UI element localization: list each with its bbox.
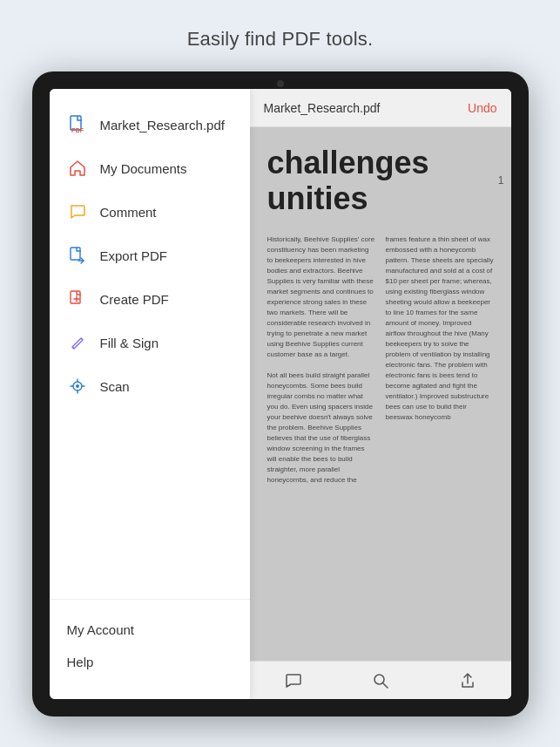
sidebar-items: PDF Market_Research.pdf My Documents [50, 89, 250, 599]
sidebar: PDF Market_Research.pdf My Documents [50, 89, 250, 699]
doc-col-right: frames feature a thin sheet of wax embos… [386, 234, 494, 486]
sidebar-item-export-pdf[interactable]: Export PDF [50, 234, 250, 277]
sidebar-bottom-my-account[interactable]: My Account [67, 614, 233, 646]
create-pdf-icon [67, 289, 88, 309]
main-toolbar [250, 661, 511, 699]
fill-sign-icon [67, 332, 88, 353]
sidebar-item-label: Export PDF [100, 248, 168, 263]
svg-point-5 [76, 384, 79, 388]
main-content: Market_Research.pdf Undo 1 challenges un… [250, 89, 511, 699]
tablet-screen: PDF Market_Research.pdf My Documents [50, 89, 511, 699]
sidebar-item-label: Market_Research.pdf [100, 118, 225, 132]
doc-heading: challenges unities [267, 145, 494, 217]
document-content: challenges unities Historically, Beehive… [250, 127, 511, 661]
sidebar-item-label: Create PDF [100, 292, 169, 307]
svg-rect-3 [71, 291, 80, 303]
doc-col-left: Historically, Beehive Supplies' core con… [267, 234, 375, 486]
sidebar-item-my-documents[interactable]: My Documents [50, 146, 250, 190]
sidebar-item-label: Scan [100, 379, 130, 394]
sidebar-item-label: Comment [100, 205, 157, 220]
sidebar-bottom-help[interactable]: Help [67, 646, 233, 678]
search-toolbar-icon[interactable] [370, 670, 391, 691]
sidebar-item-label: Fill & Sign [100, 336, 159, 350]
sidebar-item-label: My Documents [100, 161, 187, 176]
sidebar-item-scan[interactable]: Scan [50, 364, 250, 408]
scan-icon [67, 376, 88, 397]
tablet-camera [277, 80, 284, 87]
share-toolbar-icon[interactable] [457, 670, 478, 691]
main-header-title: Market_Research.pdf [264, 101, 381, 115]
file-pdf-icon: PDF [67, 114, 88, 135]
svg-text:PDF: PDF [71, 127, 84, 133]
sidebar-bottom: My Account Help [50, 599, 250, 699]
doc-columns: Historically, Beehive Supplies' core con… [267, 234, 494, 486]
svg-point-6 [374, 675, 384, 684]
sidebar-item-comment[interactable]: Comment [50, 190, 250, 234]
sidebar-item-fill-sign[interactable]: Fill & Sign [50, 321, 250, 364]
sidebar-item-market-research[interactable]: PDF Market_Research.pdf [50, 103, 250, 146]
comment-icon [67, 201, 88, 222]
home-icon [67, 158, 88, 179]
tablet-frame: PDF Market_Research.pdf My Documents [32, 71, 529, 716]
page-title: Easily find PDF tools. [187, 28, 373, 51]
svg-rect-2 [71, 248, 80, 260]
sidebar-item-create-pdf[interactable]: Create PDF [50, 277, 250, 321]
comment-toolbar-icon[interactable] [283, 670, 304, 691]
export-icon [67, 245, 88, 266]
main-header: Market_Research.pdf Undo [250, 89, 511, 127]
undo-button[interactable]: Undo [468, 101, 496, 115]
